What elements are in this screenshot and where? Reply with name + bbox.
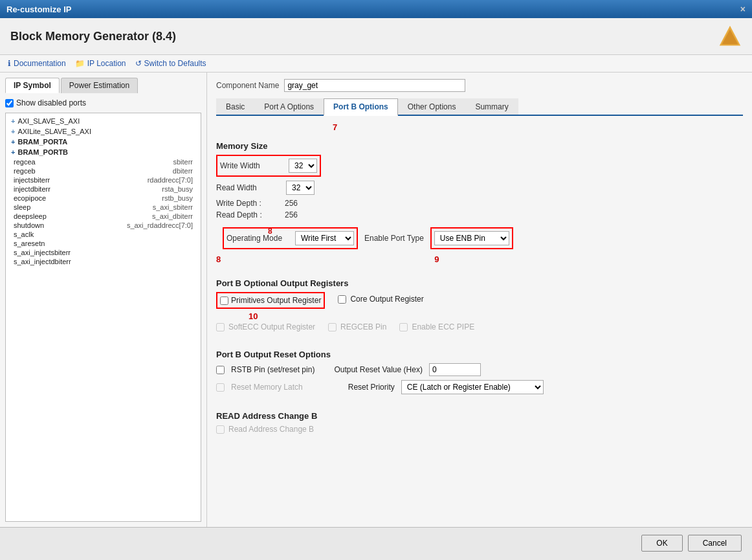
documentation-label: Documentation [14,59,66,68]
tabs-bar: Basic Port A Options Port B Options Othe… [216,98,743,116]
show-ports-checkbox[interactable] [5,99,14,107]
port-row-sxi-injectdbiterr: s_axi_injectdbiterr [8,257,198,266]
rstb-pin-row: RSTB Pin (set/reset pin) Output Reset Va… [216,363,743,376]
enable-ecc-checkbox[interactable] [399,323,408,331]
left-panel: IP Symbol Power Estimation Show disabled… [0,73,207,527]
operating-mode-highlight: Operating Mode Write First Read First No… [223,227,358,249]
enable-port-type-select[interactable]: Use ENB Pin Always Enabled [434,231,509,245]
info-icon: ℹ [8,59,11,68]
title-bar: Re-customize IP × [0,0,752,18]
documentation-link[interactable]: ℹ Documentation [8,59,66,68]
left-tabs: IP Symbol Power Estimation [5,78,201,93]
write-depth-row: Write Depth : 256 [216,199,743,208]
ip-location-label: IP Location [87,59,126,68]
read-width-row: Read Width 32 16 8 [216,181,743,195]
primitives-output-checkbox[interactable] [220,297,228,305]
read-width-label: Read Width [216,183,281,192]
component-name-input[interactable] [284,79,465,92]
show-ports-label: Show disabled ports [16,98,86,107]
tab-ip-symbol[interactable]: IP Symbol [5,78,60,93]
ip-location-link[interactable]: 📁 IP Location [75,59,126,68]
reset-memory-label: Reset Memory Latch [231,383,303,392]
read-address-change-checkbox[interactable] [216,425,225,434]
step-7: 7 [333,122,337,132]
tree-label: AXI_SLAVE_S_AXI [17,117,80,125]
port-row-sleep: sleep s_axi_sbiterr [8,203,198,212]
enable-ecc-label: Enable ECC PIPE [412,322,474,331]
app-header: Block Memory Generator (8.4) [0,18,752,55]
read-address-change-title: READ Address Change B [216,411,743,421]
reset-priority-label: Reset Priority [348,383,395,392]
cancel-button[interactable]: Cancel [688,535,742,552]
tab-other-options[interactable]: Other Options [398,98,466,115]
tab-power-estimation[interactable]: Power Estimation [61,78,138,93]
read-depth-label: Read Depth : [216,210,281,219]
primitives-output-label: Primitives Output Register [231,296,321,305]
reset-memory-row: Reset Memory Latch Reset Priority CE (La… [216,380,743,394]
ok-button[interactable]: OK [641,535,682,552]
regceb-checkbox[interactable] [328,323,337,331]
port-row-saresetn: s_aresetn [8,239,198,248]
tab-port-b-options[interactable]: Port B Options [324,98,398,116]
read-address-change-section: READ Address Change B Read Address Chang… [216,405,743,436]
tree-label: BRAM_PORTB [17,148,68,156]
write-width-row: Write Width 32 16 8 4 [216,155,743,177]
read-depth-value: 256 [285,210,298,219]
output-reset-input[interactable] [429,363,481,376]
reset-memory-checkbox[interactable] [216,383,225,392]
tab-summary[interactable]: Summary [465,98,518,115]
core-output-row: Core Output Register [338,295,423,304]
port-row-injectdbiterr: injectdbiterr rsta_busy [8,185,198,194]
port-row-regceb: regceb dbiterr [8,166,198,175]
operating-mode-select[interactable]: Write First Read First No Change [295,231,354,245]
write-width-select[interactable]: 32 16 8 4 [289,159,317,173]
regceb-row: REGCEB Pin [328,322,386,331]
rstb-pin-checkbox[interactable] [216,366,225,374]
port-b-optional-section: Port B Optional Output Registers Primiti… [216,272,743,338]
expand-icon: + [11,138,15,146]
step-8-label: 8 [216,254,221,264]
enable-port-type-label: Enable Port Type [364,234,424,243]
softECC-checkbox[interactable] [216,323,225,331]
component-name-label: Component Name [216,81,279,90]
port-b-optional-title: Port B Optional Output Registers [216,278,743,288]
folder-icon: 📁 [75,59,85,68]
xilinx-logo [718,25,742,48]
memory-size-title: Memory Size [216,141,743,151]
rstb-pin-label: RSTB Pin (set/reset pin) [231,365,315,374]
component-name-row: Component Name [216,79,743,92]
tree-item-axilite-slave[interactable]: + AXILite_SLAVE_S_AXI [8,126,198,137]
show-ports-row: Show disabled ports [5,98,201,107]
port-row-sxi-injectsbiterr: s_axi_injectsbiterr [8,248,198,257]
enable-ecc-row: Enable ECC PIPE [399,322,474,331]
port-b-reset-section: Port B Output Reset Options RSTB Pin (se… [216,343,743,398]
read-address-change-label: Read Address Change B [228,425,314,434]
read-address-change-row: Read Address Change B [216,425,743,434]
primitives-output-highlight: Primitives Output Register [216,292,325,309]
expand-icon: + [11,117,15,125]
close-icon[interactable]: × [740,4,746,14]
tree-item-bram-porta[interactable]: + BRAM_PORTA [8,137,198,147]
main-content: IP Symbol Power Estimation Show disabled… [0,73,752,527]
reset-priority-select[interactable]: CE (Latch or Register Enable) SR (Set/Re… [401,380,544,394]
tree-label: BRAM_PORTA [17,138,67,146]
switch-defaults-link[interactable]: ↺ Switch to Defaults [135,59,206,68]
port-row-deepsleep: deepsleep s_axi_dbiterr [8,212,198,221]
app-title: Block Memory Generator (8.4) [10,30,176,43]
core-output-checkbox[interactable] [338,295,346,304]
output-reset-label: Output Reset Value (Hex) [334,365,423,374]
tab-port-a-options[interactable]: Port A Options [254,98,324,115]
expand-icon: + [11,128,15,135]
tree-item-axi-slave[interactable]: + AXI_SLAVE_S_AXI [8,116,198,126]
title-bar-text: Re-customize IP [6,5,71,14]
write-width-label: Write Width [220,161,285,170]
port-row-ecopipoce: ecopipoce rstb_busy [8,194,198,203]
port-row-injectsbiterr: injectsbiterr rdaddrecc[7:0] [8,175,198,185]
tree-item-bram-portb[interactable]: + BRAM_PORTB [8,147,198,157]
toolbar: ℹ Documentation 📁 IP Location ↺ Switch t… [0,55,752,73]
tab-basic[interactable]: Basic [216,98,254,115]
read-width-select[interactable]: 32 16 8 [286,181,315,195]
right-panel: Component Name Basic Port A Options Port… [207,73,752,527]
softECC-row: SoftECC Output Register [216,322,315,331]
write-depth-label: Write Depth : [216,199,281,208]
